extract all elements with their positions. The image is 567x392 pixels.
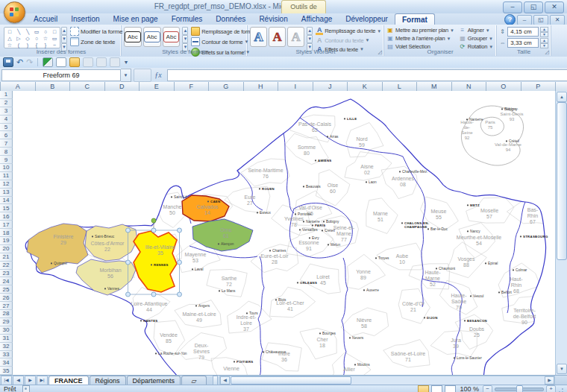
shape-gallery[interactable]: □╲╲▭○□ △▷◇○☆▭ ☆(){}~ [4, 27, 60, 48]
ribbon-tab-développeur[interactable]: Développeur [339, 13, 395, 25]
shape-style-2[interactable]: Abc [143, 27, 161, 47]
row-header-8[interactable]: 8 [0, 148, 13, 156]
row-header-21[interactable]: 21 [0, 253, 13, 262]
row-header-9[interactable]: 9 [0, 156, 13, 164]
selection-handle[interactable] [178, 228, 182, 233]
workbook-restore-button[interactable]: ◱ [533, 15, 548, 25]
row-header-12[interactable]: 12 [0, 180, 13, 189]
insert-function-icon[interactable]: ƒx [151, 71, 165, 79]
row-header-29[interactable]: 29 [0, 318, 13, 326]
styles-down-icon[interactable]: ▼ [182, 35, 188, 43]
zoom-slider[interactable] [495, 388, 544, 391]
workbook-close-button[interactable]: ✕ [550, 15, 565, 25]
ribbon-tab-mise-en-page[interactable]: Mise en page [107, 13, 165, 25]
shape-width-field[interactable]: 3,33 cm [507, 38, 539, 48]
ribbon-tab-révision[interactable]: Révision [252, 13, 294, 25]
scroll-down-icon[interactable]: ▼ [557, 364, 567, 374]
selection-handle[interactable] [126, 260, 131, 265]
name-box-splitter[interactable] [134, 69, 151, 82]
wordart-style-2[interactable]: A [269, 27, 286, 47]
save-icon[interactable] [3, 57, 13, 67]
selection-handle[interactable] [126, 228, 131, 233]
row-header-33[interactable]: 33 [0, 351, 13, 359]
scroll-right-icon[interactable]: ▶ [545, 376, 554, 385]
page-break-view-button[interactable] [445, 385, 456, 392]
zoom-slider-thumb[interactable] [516, 385, 523, 392]
row-header-10[interactable]: 10 [0, 164, 13, 172]
text-outline-button[interactable]: A Contour du texte▼ [316, 37, 381, 44]
row-header-28[interactable]: 28 [0, 310, 13, 318]
dept-shape-ille-et-vilaine[interactable] [134, 231, 177, 292]
width-up-icon[interactable]: ▲ [540, 38, 548, 43]
group-button[interactable]: ▦ Grouper▼ [459, 35, 493, 42]
qat-more-icon[interactable]: ▼ [123, 60, 128, 65]
office-button-icon[interactable] [4, 1, 25, 23]
dialog-launcher-icon[interactable]: ◿ [378, 49, 382, 55]
help-icon[interactable]: ? [504, 14, 516, 25]
height-down-icon[interactable]: ▼ [540, 32, 548, 37]
row-header-35[interactable]: 35 [0, 367, 13, 375]
row-header-6[interactable]: 6 [0, 131, 13, 139]
row-header-16[interactable]: 16 [0, 212, 13, 221]
row-header-32[interactable]: 32 [0, 343, 13, 351]
shape-style-3[interactable]: Abc [163, 27, 181, 47]
print-icon[interactable] [110, 57, 120, 67]
wordart-down-icon[interactable]: ▼ [307, 35, 313, 43]
wordart-style-3[interactable]: A [287, 27, 304, 47]
ribbon-tab-données[interactable]: Données [209, 13, 252, 25]
row-header-1[interactable]: 1 [0, 91, 13, 99]
row-header-18[interactable]: 18 [0, 229, 13, 237]
row-header-14[interactable]: 14 [0, 197, 13, 205]
selection-handle[interactable] [151, 292, 156, 297]
row-header-3[interactable]: 3 [0, 107, 13, 116]
row-header-19[interactable]: 19 [0, 237, 13, 245]
gallery-up-icon[interactable]: ▲ [61, 27, 67, 35]
zoom-out-icon[interactable]: − [483, 385, 492, 392]
ribbon-tab-affichage[interactable]: Affichage [295, 13, 339, 25]
row-header-26[interactable]: 26 [0, 294, 13, 302]
horizontal-scroll-thumb[interactable] [231, 376, 351, 385]
scroll-left-icon[interactable]: ◀ [220, 376, 230, 385]
row-header-22[interactable]: 22 [0, 262, 13, 270]
workbook-minimize-button[interactable]: – [517, 15, 532, 25]
row-header-5[interactable]: 5 [0, 124, 13, 132]
row-header-27[interactable]: 27 [0, 302, 13, 310]
selection-handle[interactable] [178, 260, 182, 265]
zoom-in-icon[interactable]: + [546, 385, 556, 392]
selection-handle[interactable] [151, 228, 156, 233]
wordart-up-icon[interactable]: ▲ [307, 27, 313, 35]
row-header-2[interactable]: 2 [0, 99, 13, 107]
dept-shape-finistere[interactable] [27, 224, 88, 273]
dept-shape-morbihan[interactable] [76, 259, 136, 295]
formula-input[interactable] [167, 69, 567, 81]
dialog-launcher-icon[interactable]: ◿ [242, 49, 245, 55]
selection-handle[interactable] [178, 292, 182, 297]
text-box-button[interactable]: Zone de texte [70, 37, 128, 46]
height-up-icon[interactable]: ▲ [540, 27, 548, 32]
redo-icon[interactable]: ↷ [26, 57, 33, 67]
ribbon-tab-insertion[interactable]: Insertion [64, 13, 106, 25]
row-header-4[interactable]: 4 [0, 116, 13, 124]
selection-handle[interactable] [126, 292, 131, 297]
styles-up-icon[interactable]: ▲ [182, 27, 188, 35]
open-folder-icon[interactable] [69, 57, 80, 67]
minimize-button[interactable]: – [503, 1, 522, 13]
bring-to-front-button[interactable]: ▣ Mettre au premier plan▼ [386, 27, 454, 34]
new-document-icon[interactable] [56, 57, 66, 67]
macro-record-icon[interactable] [22, 385, 30, 392]
name-box[interactable]: Freeform 69 [1, 69, 121, 81]
restore-button[interactable]: ◱ [524, 1, 543, 13]
page-layout-view-button[interactable] [431, 385, 442, 392]
ribbon-tab-accueil[interactable]: Accueil [27, 13, 64, 25]
row-header-13[interactable]: 13 [0, 189, 13, 197]
name-box-dropdown-icon[interactable]: ▼ [121, 69, 131, 82]
mail-icon[interactable] [83, 57, 93, 67]
row-header-20[interactable]: 20 [0, 245, 13, 253]
edit-shape-button[interactable]: Modifier la forme▼ [70, 27, 128, 36]
ribbon-tab-format[interactable]: Format [395, 13, 435, 25]
row-header-25[interactable]: 25 [0, 285, 13, 294]
normal-view-button[interactable] [418, 385, 429, 392]
align-button[interactable]: ≡ Aligner▼ [459, 27, 493, 34]
gallery-down-icon[interactable]: ▼ [61, 35, 67, 43]
excel-file-icon[interactable] [43, 57, 53, 67]
